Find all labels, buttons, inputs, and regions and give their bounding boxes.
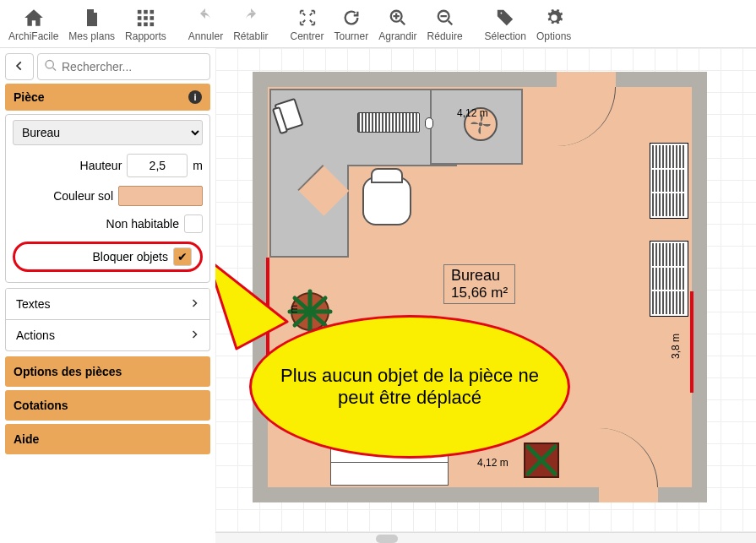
redo-icon	[240, 7, 262, 29]
svg-rect-8	[150, 23, 155, 27]
svg-rect-6	[138, 23, 142, 27]
horizontal-scrollbar[interactable]	[215, 532, 756, 543]
tourner-label: Tourner	[334, 30, 369, 42]
info-icon[interactable]: i	[188, 90, 202, 104]
svg-rect-5	[150, 16, 155, 20]
piece-header[interactable]: Pièce i	[5, 84, 210, 111]
search-icon	[44, 59, 57, 75]
couleur-sol-row: Couleur sol	[13, 186, 203, 206]
keyboard-icon[interactable]	[357, 112, 420, 133]
floor-plan-canvas[interactable]: 4,12 m 4,12 m m 3,8 m Bureau 15,66 m² Pl…	[215, 48, 756, 543]
tag-icon	[494, 7, 516, 29]
hauteur-row: Hauteur m	[13, 154, 203, 177]
chevron-right-icon	[189, 297, 199, 311]
nav-options-pieces[interactable]: Options des pièces	[5, 356, 210, 387]
zoom-in-icon	[387, 7, 409, 29]
bloquer-objets-checkbox[interactable]: ✔	[173, 247, 192, 266]
non-habitable-checkbox[interactable]	[184, 214, 203, 233]
non-habitable-label: Non habitable	[106, 217, 179, 231]
rapports-label: Rapports	[125, 30, 166, 42]
centrer-button[interactable]: Centrer	[286, 5, 329, 44]
room-area: 15,66 m²	[451, 285, 508, 301]
hauteur-unit: m	[193, 159, 203, 172]
options-button[interactable]: Options	[531, 5, 576, 44]
home-icon	[23, 7, 45, 29]
archifacile-button[interactable]: ArchiFacile	[3, 5, 63, 44]
centrer-label: Centrer	[291, 30, 324, 42]
dimension-right: 3,8 m	[670, 334, 682, 359]
accordion-actions-label: Actions	[16, 329, 55, 342]
mouse-icon[interactable]	[425, 117, 433, 129]
agrandir-label: Agrandir	[378, 30, 416, 42]
annuler-label: Annuler	[188, 30, 223, 42]
reduire-label: Réduire	[427, 30, 463, 42]
door-opening-top	[557, 72, 616, 87]
piece-form: Bureau Hauteur m Couleur sol Non habitab…	[5, 114, 210, 283]
room-select[interactable]: Bureau	[13, 120, 203, 145]
mes-plans-button[interactable]: Mes plans	[63, 5, 120, 44]
chair-icon[interactable]	[362, 176, 411, 225]
mes-plans-label: Mes plans	[68, 30, 115, 42]
sidebar: Pièce i Bureau Hauteur m Couleur sol Non…	[0, 48, 215, 543]
bookshelf-2[interactable]	[650, 241, 688, 317]
reduire-button[interactable]: Réduire	[422, 5, 468, 44]
nav-cotations[interactable]: Cotations	[5, 390, 210, 421]
hauteur-label: Hauteur	[80, 159, 122, 172]
undo-icon	[194, 7, 216, 29]
svg-point-11	[46, 61, 53, 68]
svg-rect-2	[150, 10, 155, 14]
accordion-textes-label: Textes	[16, 297, 50, 311]
accordion: Textes Actions	[5, 288, 210, 351]
couleur-sol-swatch[interactable]	[118, 186, 203, 206]
svg-rect-1	[144, 10, 149, 14]
grid-icon	[134, 7, 156, 29]
callout-speech-bubble: Plus aucun objet de la pièce ne peut êtr…	[249, 315, 570, 484]
tourner-button[interactable]: Tourner	[329, 5, 374, 44]
dimension-top: 4,12 m	[457, 107, 488, 119]
door-opening-bottom	[599, 487, 658, 502]
chevron-right-icon	[189, 329, 199, 342]
chevron-left-icon	[14, 60, 25, 74]
bookshelf-1[interactable]	[650, 143, 688, 219]
bloquer-objets-highlight: Bloquer objets ✔	[13, 242, 203, 272]
couleur-sol-label: Couleur sol	[53, 189, 113, 203]
svg-rect-7	[144, 23, 149, 27]
non-habitable-row: Non habitable	[13, 214, 203, 233]
gear-icon	[543, 7, 565, 29]
accordion-textes[interactable]: Textes	[6, 288, 209, 319]
rapports-button[interactable]: Rapports	[120, 5, 171, 44]
window-right	[690, 291, 693, 393]
zoom-out-icon	[434, 7, 456, 29]
bloquer-objets-label: Bloquer objets	[92, 250, 168, 263]
retablir-label: Rétablir	[233, 30, 268, 42]
selection-button[interactable]: Sélection	[480, 5, 531, 44]
rotate-icon	[340, 7, 362, 29]
hauteur-input[interactable]	[127, 154, 188, 177]
archifacile-label: ArchiFacile	[8, 30, 58, 42]
options-label: Options	[536, 30, 571, 42]
back-button[interactable]	[5, 53, 34, 80]
callout-text: Plus aucun objet de la pièce ne peut êtr…	[249, 315, 570, 459]
retablir-button[interactable]: Rétablir	[228, 5, 273, 44]
accordion-actions[interactable]: Actions	[6, 319, 209, 350]
top-toolbar: ArchiFacile Mes plans Rapports Annuler R…	[0, 0, 756, 48]
annuler-button[interactable]: Annuler	[183, 5, 228, 44]
selection-label: Sélection	[485, 30, 526, 42]
nav-aide[interactable]: Aide	[5, 424, 210, 454]
piece-header-label: Pièce	[14, 90, 45, 104]
room-name: Bureau	[451, 267, 508, 285]
center-icon	[296, 7, 318, 29]
svg-rect-3	[138, 16, 142, 20]
scrollbar-thumb[interactable]	[376, 535, 398, 543]
file-icon	[81, 7, 103, 29]
svg-rect-4	[144, 16, 149, 20]
room-label[interactable]: Bureau 15,66 m²	[443, 264, 515, 304]
svg-rect-0	[138, 10, 142, 14]
search-input[interactable]	[37, 53, 210, 80]
agrandir-button[interactable]: Agrandir	[373, 5, 422, 44]
svg-point-12	[479, 122, 483, 127]
